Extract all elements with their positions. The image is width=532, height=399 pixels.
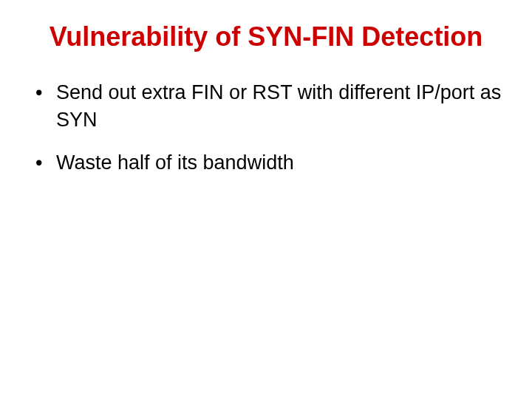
slide: Vulnerability of SYN-FIN Detection Send … [0, 0, 532, 399]
list-item: Waste half of its bandwidth [30, 149, 502, 176]
bullet-list: Send out extra FIN or RST with different… [30, 79, 502, 176]
list-item: Send out extra FIN or RST with different… [30, 79, 502, 133]
slide-title: Vulnerability of SYN-FIN Detection [30, 21, 502, 52]
